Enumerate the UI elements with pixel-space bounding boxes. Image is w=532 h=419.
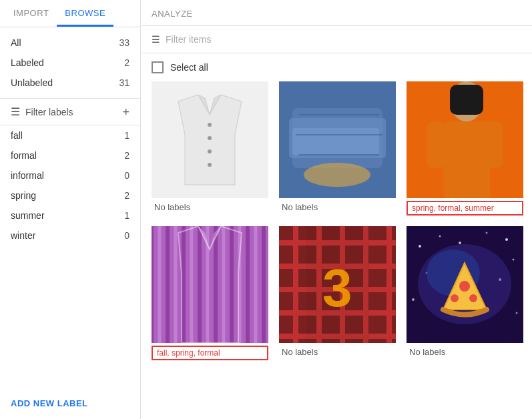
- svg-point-69: [451, 294, 459, 302]
- label-spring[interactable]: spring 2: [0, 185, 140, 205]
- label-winter[interactable]: winter 0: [0, 226, 140, 246]
- grid-item-1[interactable]: No labels: [152, 81, 268, 216]
- label-formal-count: 2: [124, 150, 129, 161]
- svg-point-68: [459, 281, 470, 292]
- img-label-1: No labels: [152, 201, 268, 214]
- label-summer-count: 1: [124, 210, 129, 221]
- count-unlabeled[interactable]: Unlabeled 31: [0, 73, 140, 93]
- svg-point-5: [208, 136, 212, 140]
- count-labeled-num: 2: [124, 57, 129, 68]
- svg-point-58: [486, 232, 488, 234]
- grid-item-4[interactable]: fall, spring, formal: [152, 226, 268, 360]
- image-orange-dress: [407, 81, 523, 198]
- svg-point-15: [304, 163, 370, 187]
- image-jeans: [279, 81, 396, 198]
- add-label-button[interactable]: +: [122, 106, 129, 118]
- img-label-5: No labels: [279, 346, 396, 358]
- svg-rect-20: [427, 121, 445, 168]
- label-fall-text: fall: [11, 130, 23, 141]
- svg-rect-11: [292, 128, 379, 155]
- grid-item-6[interactable]: No labels: [407, 226, 523, 360]
- label-summer-text: summer: [11, 210, 45, 221]
- analyze-tab-bar: ANALYZE: [141, 0, 532, 26]
- svg-point-56: [439, 236, 441, 238]
- filter-labels-icon: ☰: [11, 105, 20, 118]
- img-label-2: No labels: [279, 201, 396, 214]
- count-all-label: All: [11, 37, 21, 48]
- svg-point-7: [208, 163, 212, 167]
- svg-point-55: [419, 245, 421, 248]
- count-unlabeled-label: Unlabeled: [11, 77, 53, 88]
- label-fall[interactable]: fall 1: [0, 125, 140, 145]
- grid-item-5[interactable]: 3 No labels: [279, 226, 396, 360]
- count-labeled-label: Labeled: [11, 57, 44, 68]
- img-label-6: No labels: [407, 346, 523, 358]
- svg-point-70: [469, 294, 477, 302]
- tab-bar: IMPORT BROWSE: [0, 0, 140, 27]
- count-labeled[interactable]: Labeled 2: [0, 53, 140, 73]
- image-purple-shirt: [152, 226, 268, 343]
- img-label-4: fall, spring, formal: [152, 346, 268, 360]
- image-white-shirt: [152, 81, 268, 198]
- label-spring-text: spring: [11, 190, 36, 201]
- filter-bar: ☰ Filter items: [141, 26, 532, 53]
- label-informal-text: informal: [11, 170, 44, 181]
- tab-import[interactable]: IMPORT: [5, 0, 57, 27]
- count-unlabeled-num: 31: [119, 77, 129, 88]
- tab-analyze[interactable]: ANALYZE: [152, 9, 193, 25]
- svg-point-64: [516, 312, 518, 314]
- count-all[interactable]: All 33: [0, 33, 140, 53]
- svg-rect-53: [306, 226, 369, 343]
- filter-items-icon: ☰: [152, 34, 160, 45]
- label-fall-count: 1: [124, 130, 129, 141]
- grid-row-2: fall, spring, formal: [152, 226, 521, 360]
- count-section: All 33 Labeled 2 Unlabeled 31: [0, 27, 140, 99]
- image-grid: No labels: [141, 81, 532, 419]
- label-informal[interactable]: informal 0: [0, 165, 140, 185]
- label-winter-count: 0: [124, 230, 129, 241]
- img-label-3: spring, formal, summer: [407, 201, 523, 216]
- svg-rect-19: [443, 121, 490, 198]
- grid-row-1: No labels: [152, 81, 521, 216]
- tab-browse[interactable]: BROWSE: [57, 0, 113, 27]
- add-new-label-button[interactable]: ADD NEW LABEL: [0, 388, 140, 419]
- svg-rect-21: [485, 121, 503, 168]
- labels-list: fall 1 formal 2 informal 0 spring 2 summ…: [0, 125, 140, 388]
- label-spring-count: 2: [124, 190, 129, 201]
- select-all-label[interactable]: Select all: [170, 62, 208, 73]
- select-all-row: Select all: [141, 53, 532, 81]
- svg-point-59: [505, 238, 508, 241]
- svg-point-4: [208, 123, 212, 127]
- grid-item-3[interactable]: spring, formal, summer: [407, 81, 523, 216]
- count-all-num: 33: [119, 37, 129, 48]
- svg-point-57: [459, 242, 461, 244]
- filter-labels-text[interactable]: Filter labels: [25, 107, 117, 117]
- svg-point-63: [412, 298, 415, 301]
- svg-point-6: [208, 149, 212, 153]
- label-summer[interactable]: summer 1: [0, 205, 140, 226]
- label-formal[interactable]: formal 2: [0, 145, 140, 165]
- filter-items-text[interactable]: Filter items: [166, 34, 211, 45]
- image-pizza-shirt: [407, 226, 523, 343]
- label-informal-count: 0: [124, 170, 129, 181]
- label-formal-text: formal: [11, 150, 37, 161]
- main-content: ANALYZE ☰ Filter items Select all: [141, 0, 532, 419]
- sidebar: IMPORT BROWSE All 33 Labeled 2 Unlabeled…: [0, 0, 141, 419]
- filter-labels-row: ☰ Filter labels +: [0, 99, 140, 125]
- image-plaid: 3: [279, 226, 396, 343]
- svg-rect-18: [450, 85, 483, 115]
- label-winter-text: winter: [11, 230, 35, 241]
- svg-point-60: [513, 259, 515, 261]
- grid-item-2[interactable]: No labels: [279, 81, 396, 216]
- select-all-checkbox[interactable]: [152, 61, 164, 73]
